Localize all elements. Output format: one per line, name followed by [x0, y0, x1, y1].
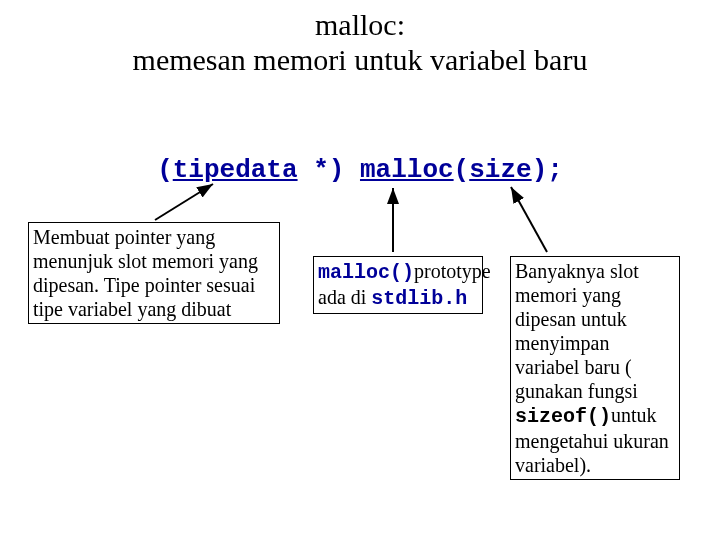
slide-title: malloc: memesan memori untuk variabel ba… [0, 0, 720, 77]
code-open-paren: ( [454, 155, 470, 185]
mid-box: malloc()prototype ada di stdlib.h [313, 256, 483, 314]
right-t1: Banyaknya slot memori yang dipesan untuk… [515, 260, 639, 402]
right-box: Banyaknya slot memori yang dipesan untuk… [510, 256, 680, 480]
code-close: ); [532, 155, 563, 185]
title-line1: malloc: [315, 8, 405, 41]
left-box: Membuat pointer yang menunjuk slot memor… [28, 222, 280, 324]
left-box-text: Membuat pointer yang menunjuk slot memor… [33, 226, 258, 320]
mid-malloc: malloc() [318, 261, 414, 284]
code-tipedata: tipedata [173, 155, 298, 185]
code-signature: (tipedata *) malloc(size); [0, 155, 720, 185]
title-line2: memesan memori untuk variabel baru [133, 43, 588, 76]
arrow-right [511, 187, 547, 252]
arrow-left [155, 184, 213, 220]
code-cast-close: *) [298, 155, 360, 185]
right-sizeof: sizeof() [515, 405, 611, 428]
mid-stdlib: stdlib.h [371, 287, 467, 310]
code-size: size [469, 155, 531, 185]
code-paren-open: ( [157, 155, 173, 185]
code-malloc: malloc [360, 155, 454, 185]
